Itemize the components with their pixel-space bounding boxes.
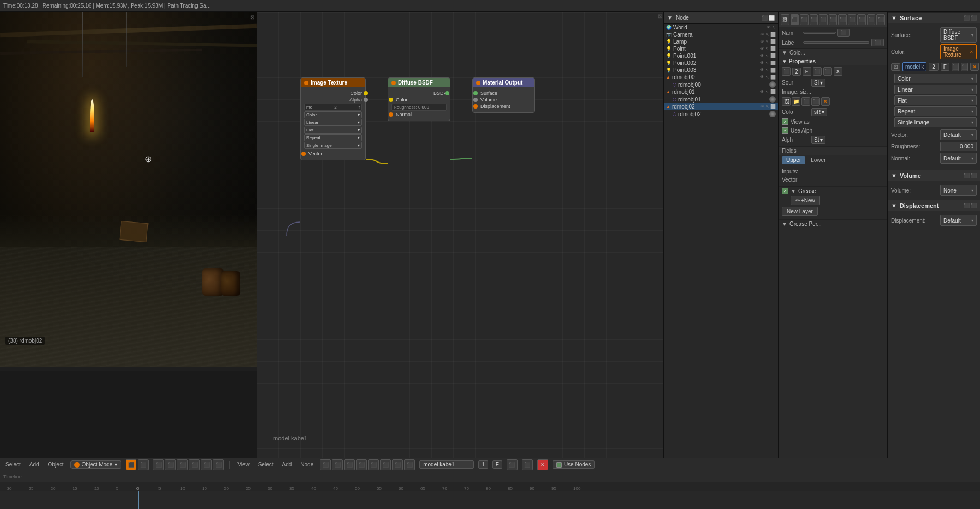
- surface-singleimage-dropdown[interactable]: Single Image ▾: [894, 117, 977, 127]
- node-view-btn-5[interactable]: ⬛: [368, 459, 379, 470]
- node-view-btn-6[interactable]: ⬛: [380, 459, 391, 470]
- surface-color-dropdown[interactable]: Color ▾: [894, 74, 977, 83]
- model-num-field[interactable]: 2: [929, 63, 939, 71]
- grease-1-checkbox[interactable]: ✓: [782, 188, 788, 194]
- outliner-item-point[interactable]: 💡 Point 👁 ↖ ⬜: [664, 45, 778, 52]
- bottom-select-center[interactable]: Select: [256, 461, 276, 468]
- point002-eye[interactable]: 👁: [760, 61, 764, 65]
- outliner-item-rdmobj01-mat[interactable]: ⬡ rdmobj01: [664, 95, 778, 103]
- prop-small-icon-f[interactable]: F: [803, 67, 811, 76]
- node-view-btn-4[interactable]: ⬛: [356, 459, 367, 470]
- bottom-view-center[interactable]: View: [235, 461, 252, 468]
- surface-flat-dropdown[interactable]: Flat ▾: [894, 95, 977, 105]
- node-editor[interactable]: ⊠ Image Texture Color: [257, 12, 663, 458]
- frame-number-field[interactable]: 1: [478, 460, 488, 469]
- img-icon-2[interactable]: 📁: [792, 97, 800, 106]
- prop-close-icon[interactable]: ✕: [834, 67, 842, 76]
- timeline-ruler[interactable]: -30 -25 -20 -15 -10 -5 0 5 10 15 20 25 3…: [0, 482, 980, 491]
- node-view-btn-1[interactable]: ⬛: [320, 459, 331, 470]
- sour-dropdown[interactable]: Si ▾: [811, 79, 825, 87]
- node-view-btn-8[interactable]: ⬛: [404, 459, 415, 470]
- diffuse-bsdf-node[interactable]: Diffuse BSDF BSDF Color Roughness: 0.000: [388, 77, 450, 121]
- viewas-checkbox[interactable]: ✓: [782, 118, 788, 125]
- label-icon-btn[interactable]: ⬛: [871, 39, 884, 46]
- bottom-node-center[interactable]: Node: [298, 461, 316, 468]
- rdmobj01-eye[interactable]: 👁: [760, 89, 764, 94]
- viewport-canvas[interactable]: ⊕ (38) rdmobj02 ⊠: [0, 12, 257, 367]
- surface-repeat-dropdown[interactable]: Repeat ▾: [894, 106, 977, 116]
- model-f-btn[interactable]: F: [941, 63, 949, 71]
- timeline-body[interactable]: [0, 491, 980, 509]
- outliner-item-lamp[interactable]: 💡 Lamp 👁 ↖ ⬜: [664, 38, 778, 45]
- img-icon-4[interactable]: ⬛: [811, 97, 820, 106]
- shading-btn-2[interactable]: ⬛: [165, 459, 176, 470]
- node-view-btn-2[interactable]: ⬛: [332, 459, 343, 470]
- bottom-add-center[interactable]: Add: [280, 461, 294, 468]
- prop-icon-btn-10[interactable]: ⬛: [867, 14, 876, 25]
- name-input[interactable]: [803, 32, 836, 34]
- surface-normal-value[interactable]: Default ▾: [940, 153, 977, 164]
- model-field[interactable]: model k: [902, 62, 926, 71]
- material-output-node[interactable]: Material Output Surface Volume: [472, 77, 535, 113]
- shading-btn-4[interactable]: ⬛: [189, 459, 200, 470]
- outliner-item-point003[interactable]: 💡 Point.003 👁 ↖ ⬜: [664, 67, 778, 74]
- close-btn[interactable]: ✕: [537, 459, 548, 470]
- model-icon-btn-2[interactable]: ⬛: [952, 63, 959, 71]
- img-icon-5[interactable]: ✕: [821, 97, 830, 106]
- display-btn-1[interactable]: ⬛: [126, 459, 136, 470]
- prop-icon-btn-8[interactable]: ⬛: [848, 14, 857, 25]
- img-icon-3[interactable]: ⬛: [801, 97, 810, 106]
- point-eye[interactable]: 👁: [760, 46, 764, 51]
- point003-eye[interactable]: 👁: [760, 68, 764, 73]
- prop-icon-btn-1[interactable]: 🖼: [781, 14, 789, 25]
- model-icon-btn-3[interactable]: ⬛: [961, 63, 968, 71]
- image-texture-repeat-dropdown[interactable]: Repeat ▾: [304, 134, 362, 141]
- surface-section-title[interactable]: ▼ Surface ⬛ ⬛: [888, 12, 980, 23]
- image-texture-node[interactable]: Image Texture Color Alpha mo 2 f: [300, 77, 366, 160]
- rdmobj00-eye[interactable]: 👁: [760, 75, 764, 80]
- color-section-toggle[interactable]: ▼ Colo...: [782, 50, 884, 56]
- outliner-item-rdmobj01[interactable]: ▲ rdmobj01 👁 ↖ ⬜: [664, 88, 778, 95]
- fields-tab-upper[interactable]: Upper: [782, 156, 805, 164]
- prop-icon-btn-6[interactable]: ⬛: [829, 14, 838, 25]
- surface-color-value[interactable]: Image Texture ✕: [940, 44, 977, 59]
- lamp-eye[interactable]: 👁: [760, 39, 764, 44]
- displacement-section-title[interactable]: ▼ Displacement ⬛ ⬛: [888, 200, 980, 211]
- diffuse-roughness-field[interactable]: Roughness: 0.000: [391, 104, 447, 111]
- model-close-btn[interactable]: ✕: [970, 63, 979, 71]
- world-eye[interactable]: 👁: [767, 25, 771, 30]
- prop-icon-btn-7[interactable]: ⬛: [838, 14, 847, 25]
- shading-btn-1[interactable]: ⬛: [153, 459, 164, 470]
- name-icon-btn[interactable]: ⬛: [837, 29, 850, 37]
- material-name-field[interactable]: model kabe1: [419, 460, 474, 469]
- model-icon-btn[interactable]: 🖼: [891, 63, 900, 71]
- volume-section-title[interactable]: ▼ Volume ⬛ ⬛: [888, 170, 980, 181]
- prop-icon-btn-9[interactable]: ⬛: [857, 14, 866, 25]
- prop-icon-btn-4[interactable]: ⬛: [810, 14, 818, 25]
- outliner-item-point002[interactable]: 💡 Point.002 👁 ↖ ⬜: [664, 59, 778, 67]
- node-view-btn-7[interactable]: ⬛: [392, 459, 403, 470]
- use-nodes-btn[interactable]: Use Nodes: [553, 460, 595, 469]
- point001-eye[interactable]: 👁: [760, 53, 764, 58]
- display-btn-2[interactable]: ⬛: [138, 459, 149, 470]
- prop-icon-btn-5[interactable]: ⬛: [819, 14, 828, 25]
- surface-vector-value[interactable]: Default ▾: [940, 129, 977, 140]
- fields-tab-lower[interactable]: Lower: [806, 156, 830, 164]
- image-texture-color-dropdown[interactable]: Color ▾: [304, 111, 362, 118]
- outliner-item-rdmobj00[interactable]: ▲ rdmobj00 👁 ↖ ⬜: [664, 74, 778, 81]
- prop-small-icon-3[interactable]: ⬛: [823, 67, 832, 76]
- mode-selector[interactable]: Object Mode ▾: [70, 460, 122, 469]
- label-input[interactable]: [803, 41, 869, 44]
- surface-surface-value[interactable]: Diffuse BSDF ▾: [940, 27, 977, 43]
- prop-small-icon-1[interactable]: ⬛: [782, 67, 791, 76]
- outliner-item-world[interactable]: 🌍 World 👁 ↖: [664, 24, 778, 31]
- rdmobj02-eye[interactable]: 👁: [760, 104, 764, 109]
- node-view-btn-3[interactable]: ⬛: [344, 459, 355, 470]
- viewport-panel[interactable]: ⊕ (38) rdmobj02 ⊠: [0, 12, 257, 458]
- outliner-item-rdmobj02-mat[interactable]: ⬡ rdmobj02: [664, 110, 778, 118]
- bottom-icon-btn-1[interactable]: ⬛: [507, 459, 518, 470]
- properties-section-header[interactable]: ▼ Properties: [779, 57, 887, 65]
- camera-eye[interactable]: 👁: [760, 32, 764, 37]
- node-grid[interactable]: Image Texture Color Alpha mo 2 f: [257, 12, 663, 458]
- outliner-item-camera[interactable]: 📷 Camera 👁 ↖ ⬜: [664, 31, 778, 38]
